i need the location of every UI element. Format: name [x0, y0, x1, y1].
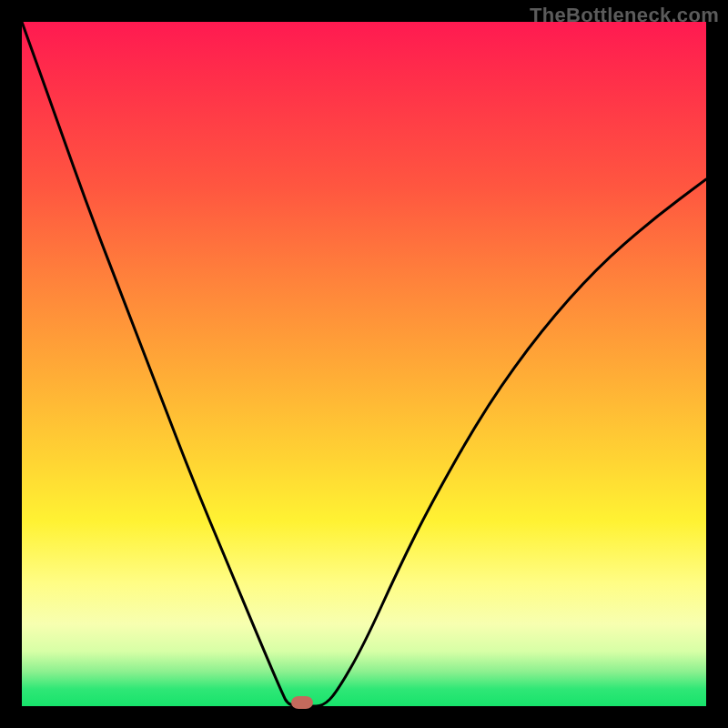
- watermark-text: TheBottleneck.com: [530, 4, 719, 27]
- chart-curve: [22, 22, 706, 706]
- minimum-marker: [291, 696, 313, 709]
- curve-path: [22, 22, 706, 706]
- chart-plot-area: [22, 22, 706, 706]
- chart-frame: TheBottleneck.com: [0, 0, 728, 728]
